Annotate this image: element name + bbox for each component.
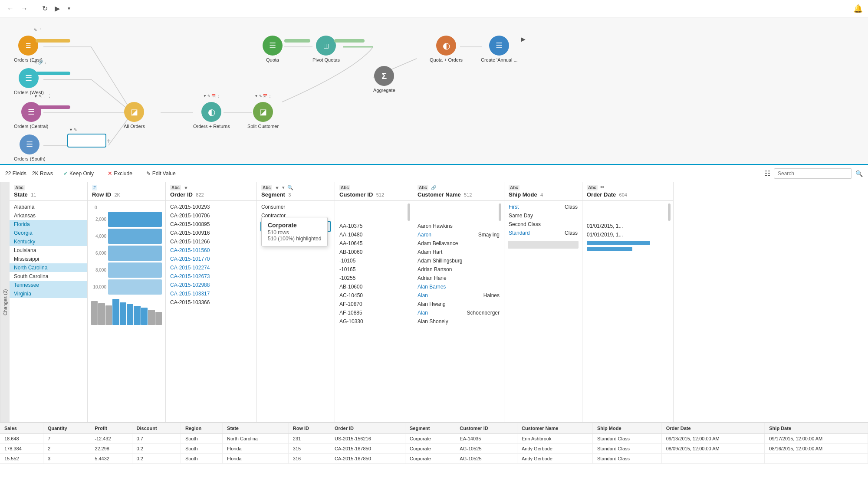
order-id-item[interactable]: CA-2015-102673	[166, 272, 256, 281]
order-id-col-name[interactable]: Order ID	[170, 191, 193, 198]
state-item-south-carolina[interactable]: South Carolina	[10, 272, 87, 281]
exclude-button[interactable]: ✕ Exclude	[104, 169, 136, 178]
order-id-item[interactable]: CA-2015-101560	[166, 246, 256, 255]
table-cell: AG-10525	[455, 444, 517, 454]
play-button[interactable]: ▶	[53, 3, 62, 14]
table-row[interactable]: 178.384222.2980.2SouthFlorida315CA-2015-…	[0, 444, 868, 454]
customer-id-item[interactable]: AA-10645	[335, 239, 413, 248]
state-item-louisiana[interactable]: Louisiana	[10, 246, 87, 255]
table-row[interactable]: 18.6487-12.4320.7SouthNorth Carolina231U…	[0, 434, 868, 444]
node-orders-returns[interactable]: ◐ ▼✎📅⋮ Orders + Returns	[193, 102, 230, 129]
customer-id-item[interactable]: AG-10330	[335, 317, 413, 326]
state-item-virginia[interactable]: Virginia	[10, 289, 87, 298]
segment-search-icon[interactable]: 🔍	[287, 185, 293, 190]
back-button[interactable]: ←	[5, 3, 16, 14]
node-create-annual[interactable]: ☰ ▶ Create 'Annual ...	[481, 36, 518, 62]
customer-id-item[interactable]: AB-10600	[335, 282, 413, 291]
order-id-item[interactable]: CA-2015-101770	[166, 255, 256, 263]
data-area: Changes (2) Abc State 11 Alabama Arkansa…	[0, 182, 868, 423]
node-orders-west[interactable]: ☰ ✎🔗⋮ Orders (West)	[14, 68, 44, 95]
state-item-alabama[interactable]: Alabama	[10, 203, 87, 211]
changes-sidebar[interactable]: Changes (2)	[0, 182, 10, 422]
customer-name-header: Abc 🔗 Customer Name 512	[413, 182, 504, 201]
customer-name-item[interactable]: Alan Schoenberger	[413, 308, 504, 317]
state-item-mississippi[interactable]: Mississippi	[10, 255, 87, 263]
table-cell: 5.4432	[90, 454, 132, 464]
order-id-filter-icon[interactable]: ▼	[184, 185, 188, 190]
customer-id-item[interactable]: AA-10375	[335, 222, 413, 230]
node-quota[interactable]: ☰ Quota	[263, 36, 283, 62]
ship-mode-item-second[interactable]: Second Class	[504, 220, 582, 229]
node-orders-central[interactable]: ☰ ▼✎⋮⋮ Orders (Central)	[14, 102, 48, 129]
customer-name-item[interactable]: Alan Barnes	[413, 282, 504, 291]
customer-id-item[interactable]: -10165	[335, 265, 413, 274]
order-id-item[interactable]: CA-2015-100916	[166, 229, 256, 237]
edit-value-button[interactable]: ✎ Edit Value	[143, 169, 179, 178]
table-cell: 7	[43, 434, 90, 444]
ship-mode-col-name[interactable]: Ship Mode	[509, 191, 537, 198]
node-orders-east[interactable]: ☰ ✎⋮ Orders (East)	[14, 36, 43, 62]
order-id-item[interactable]: CA-2015-100706	[166, 211, 256, 220]
order-date-col-name[interactable]: Order Date	[587, 191, 616, 198]
order-id-item[interactable]: CA-2015-103317	[166, 289, 256, 298]
state-col-name[interactable]: State	[14, 191, 28, 198]
customer-name-item[interactable]: Adrian Bartson	[413, 265, 504, 274]
customer-id-item[interactable]: AF-10870	[335, 300, 413, 308]
create-annual-label: Create 'Annual ...	[481, 57, 518, 62]
order-id-item[interactable]: CA-2015-103366	[166, 298, 256, 307]
node-new[interactable]: ▼ ✎ +	[67, 134, 106, 148]
customer-id-col-name[interactable]: Customer ID	[339, 191, 373, 198]
table-cell: 09/17/2015, 12:00:00 AM	[765, 434, 868, 444]
ship-mode-item-first[interactable]: First Class	[504, 203, 582, 211]
customer-id-item[interactable]: AF-10885	[335, 308, 413, 317]
customer-id-item[interactable]: AA-10480	[335, 230, 413, 239]
forward-button[interactable]: →	[19, 3, 30, 14]
customer-id-item[interactable]: -10105	[335, 256, 413, 265]
customer-name-item[interactable]: Aaron Hawkins	[413, 222, 504, 230]
customer-name-item[interactable]: Adam Bellavance	[413, 239, 504, 248]
node-pivot-quotas[interactable]: ◫ Pivot Quotas	[312, 36, 340, 62]
node-aggregate[interactable]: Σ Aggregate	[373, 66, 395, 93]
customer-name-col-name[interactable]: Customer Name	[418, 191, 461, 198]
customer-id-item[interactable]: -10255	[335, 274, 413, 282]
table-row[interactable]: 15.55235.44320.2SouthFlorida316CA-2015-1…	[0, 454, 868, 464]
order-date-item[interactable]: 01/01/2019, 1...	[582, 230, 673, 239]
state-item-tennessee[interactable]: Tennessee	[10, 281, 87, 289]
segment-col-name[interactable]: Segment	[261, 191, 285, 198]
segment-filter2-icon[interactable]: ▾	[282, 185, 285, 190]
node-quota-orders[interactable]: ◐ Quota + Orders	[430, 36, 463, 62]
column-order-id: Abc ▼ Order ID 822 CA-2015-100293 CA-201…	[166, 182, 257, 422]
state-item-arkansas[interactable]: Arkansas	[10, 211, 87, 220]
customer-name-item[interactable]: Adrian Hane	[413, 274, 504, 282]
state-item-north-carolina[interactable]: North Carolina	[10, 263, 87, 272]
customer-name-item[interactable]: Alan Haines	[413, 291, 504, 300]
node-split-customer[interactable]: ◪ ▼✎📅⋮ Split Customer	[247, 102, 279, 129]
refresh-button[interactable]: ↻	[40, 3, 49, 14]
keep-only-button[interactable]: ✓ Keep Only	[60, 169, 97, 178]
customer-name-item[interactable]: Alan Hwang	[413, 300, 504, 308]
segment-filter-icon[interactable]: ▼	[275, 185, 279, 190]
order-id-item[interactable]: CA-2015-102988	[166, 281, 256, 289]
node-orders-south[interactable]: ☰ Orders (South)	[14, 134, 46, 161]
customer-name-item[interactable]: Aaron Smayling	[413, 230, 504, 239]
customer-id-item[interactable]: AB-10060	[335, 248, 413, 256]
order-id-item[interactable]: CA-2015-100293	[166, 203, 256, 211]
order-date-item[interactable]: 01/01/2015, 1...	[582, 222, 673, 230]
segment-item-consumer[interactable]: Consumer	[257, 203, 335, 211]
state-item-kentucky[interactable]: Kentucky	[10, 237, 87, 246]
ship-mode-item-standard[interactable]: Standard Class	[504, 229, 582, 237]
customer-name-item[interactable]: Alan Shonely	[413, 317, 504, 326]
node-all-orders[interactable]: ◪ All Orders	[124, 102, 145, 129]
customer-name-item[interactable]: Adam Hart	[413, 248, 504, 256]
customer-id-item[interactable]: AC-10450	[335, 291, 413, 300]
play-options-button[interactable]: ▼	[65, 4, 73, 13]
ship-mode-item-same[interactable]: Same Day	[504, 211, 582, 220]
row-id-col-name[interactable]: Row ID	[92, 191, 111, 198]
order-id-item[interactable]: CA-2015-100895	[166, 220, 256, 229]
state-item-florida[interactable]: Florida	[10, 220, 87, 229]
search-input[interactable]	[774, 168, 852, 179]
state-item-georgia[interactable]: Georgia	[10, 229, 87, 237]
customer-name-item[interactable]: Adam Shillingsburg	[413, 256, 504, 265]
order-id-item[interactable]: CA-2015-101266	[166, 237, 256, 246]
order-id-item[interactable]: CA-2015-102274	[166, 263, 256, 272]
